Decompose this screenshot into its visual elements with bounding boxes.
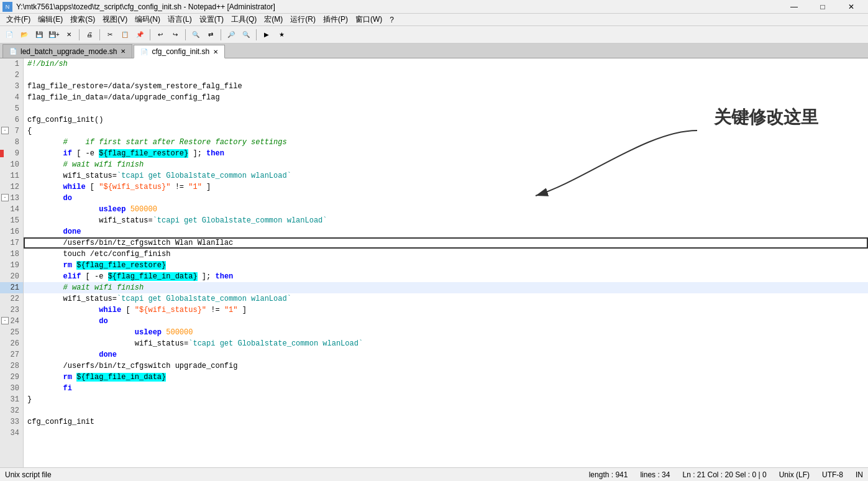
code-line-9[interactable]: if [ -e ${flag_file_restore} ]; then [24,148,868,159]
toolbar-replace[interactable]: ⇄ [204,28,217,42]
tab-icon-2: 📄 [140,48,148,55]
line-number-2: 2 [0,70,23,81]
code-line-31[interactable]: } [24,394,868,405]
code-line-28[interactable]: /userfs/bin/tz_cfgswitch upgrade_config [24,360,868,372]
toolbar-print[interactable]: 🖨 [83,28,96,42]
status-mode: IN [856,470,863,479]
line-number-16: 16 [0,226,23,237]
code-line-5[interactable] [24,103,868,114]
menu-search[interactable]: 搜索(S) [66,14,99,25]
toolbar-copy[interactable]: 📋 [118,28,132,42]
close-button[interactable]: ✕ [837,0,866,14]
line-number-20: 20 [0,271,23,282]
tab-cfg-config[interactable]: 📄 cfg_config_init.sh ✕ [134,45,225,58]
code-line-12[interactable]: while [ "${wifi_status}" != "1" ] [24,181,868,193]
code-line-34[interactable] [24,428,868,439]
menu-run[interactable]: 运行(R) [286,14,319,25]
toolbar-close[interactable]: ✕ [62,28,76,42]
fold-marker-7[interactable]: - [1,127,9,134]
toolbar-redo[interactable]: ↪ [168,28,182,42]
code-line-2[interactable] [24,70,868,81]
line-number-17: 17 [0,237,23,249]
line-number-1: 1 [0,58,23,70]
status-encoding: UTF-8 [822,470,843,479]
toolbar-undo[interactable]: ↩ [153,28,167,42]
line-number-26: 26 [0,338,23,349]
code-line-18[interactable]: touch /etc/config_finish [24,249,868,260]
line-number-13: -13 [0,193,23,204]
line-number-8: 8 [0,137,23,148]
menu-help[interactable]: ? [386,15,398,25]
code-line-19[interactable]: rm ${flag_file_restore} [24,260,868,271]
code-line-13[interactable]: do [24,193,868,204]
code-line-27[interactable]: done [24,349,868,360]
code-line-7[interactable]: { [24,126,868,137]
toolbar-run[interactable]: ▶ [260,28,273,42]
fold-marker-24[interactable]: - [1,317,9,324]
code-line-25[interactable]: usleep 500000 [24,327,868,338]
code-area[interactable]: #!/bin/shflag_file_restore=/data/system_… [24,58,868,467]
menu-language[interactable]: 语言(L) [164,14,196,25]
code-line-4[interactable]: flag_file_in_data=/data/upgrade_config_f… [24,92,868,103]
menu-view[interactable]: 视图(V) [99,14,131,25]
toolbar-saveall[interactable]: 💾+ [47,28,61,42]
code-line-20[interactable]: elif [ -e ${flag_file_in_data} ]; then [24,271,868,282]
maximize-button[interactable]: □ [808,0,837,14]
status-length: length : 941 [589,470,628,479]
tab-label-2: cfg_config_init.sh [152,47,209,56]
code-line-16[interactable]: done [24,226,868,237]
code-line-21[interactable]: # wait wifi finish [24,282,868,293]
tab-close-2[interactable]: ✕ [213,48,218,55]
menu-file[interactable]: 文件(F) [2,14,34,25]
toolbar-mark[interactable]: ★ [275,28,288,42]
fold-marker-13[interactable]: - [1,194,9,201]
toolbar-find[interactable]: 🔍 [189,28,203,42]
line-number-5: 5 [0,103,23,114]
toolbar-cut[interactable]: ✂ [103,28,117,42]
tab-icon-1: 📄 [9,48,17,55]
line-number-32: 32 [0,405,23,416]
line-number-30: 30 [0,383,23,394]
menu-edit[interactable]: 编辑(E) [34,14,66,25]
code-line-15[interactable]: wifi_status=`tcapi get Globalstate_commo… [24,215,868,226]
code-line-8[interactable]: # if first start after Restore factory s… [24,137,868,148]
code-line-30[interactable]: fi [24,383,868,394]
menu-window[interactable]: 窗口(W) [352,14,386,25]
code-line-22[interactable]: wifi_status=`tcapi get Globalstate_commo… [24,293,868,305]
code-line-23[interactable]: while [ "${wifi_status}" != "1" ] [24,305,868,316]
code-line-26[interactable]: wifi_status=`tcapi get Globalstate_commo… [24,338,868,349]
code-line-29[interactable]: rm ${flag_file_in_data} [24,372,868,383]
title-bar-title: Y:\mtk7561\apps\tozed\tz_script\cfg_conf… [16,2,275,11]
code-line-10[interactable]: # wait wifi finish [24,159,868,170]
toolbar-paste[interactable]: 📌 [133,28,147,42]
code-line-1[interactable]: #!/bin/sh [24,58,868,70]
code-line-14[interactable]: usleep 500000 [24,204,868,215]
menu-tools[interactable]: 工具(Q) [227,14,260,25]
line-number-29: 29 [0,372,23,383]
code-line-11[interactable]: wifi_status=`tcapi get Globalstate_commo… [24,170,868,181]
toolbar-save[interactable]: 💾 [32,28,46,42]
code-line-33[interactable]: cfg_config_init [24,416,868,428]
line-number-19: 19 [0,260,23,271]
menu-macro[interactable]: 宏(M) [260,14,286,25]
title-bar-controls: — □ ✕ [780,0,866,14]
toolbar: 📄 📂 💾 💾+ ✕ 🖨 ✂ 📋 📌 ↩ ↪ 🔍 ⇄ 🔎 🔍 ▶ ★ [0,26,868,44]
tab-led-batch[interactable]: 📄 led_batch_upgrade_mode.sh ✕ [2,44,132,58]
toolbar-zoomin[interactable]: 🔎 [224,28,238,42]
menu-encoding[interactable]: 编码(N) [131,14,164,25]
toolbar-open[interactable]: 📂 [17,28,31,42]
menu-settings[interactable]: 设置(T) [196,14,227,25]
toolbar-new[interactable]: 📄 [2,28,16,42]
toolbar-sep3 [150,29,150,40]
code-line-32[interactable] [24,405,868,416]
code-line-24[interactable]: do [24,316,868,327]
code-line-3[interactable]: flag_file_restore=/data/system_restore_f… [24,81,868,92]
toolbar-zoomout[interactable]: 🔍 [239,28,253,42]
code-line-6[interactable]: cfg_config_init() [24,114,868,126]
code-line-17[interactable]: /userfs/bin/tz_cfgswitch Wlan WlanIlac [24,237,868,249]
line-number-28: 28 [0,360,23,372]
minimize-button[interactable]: — [780,0,808,14]
menu-plugins[interactable]: 插件(P) [319,14,352,25]
tab-close-1[interactable]: ✕ [121,48,126,55]
toolbar-sep5 [221,29,221,40]
